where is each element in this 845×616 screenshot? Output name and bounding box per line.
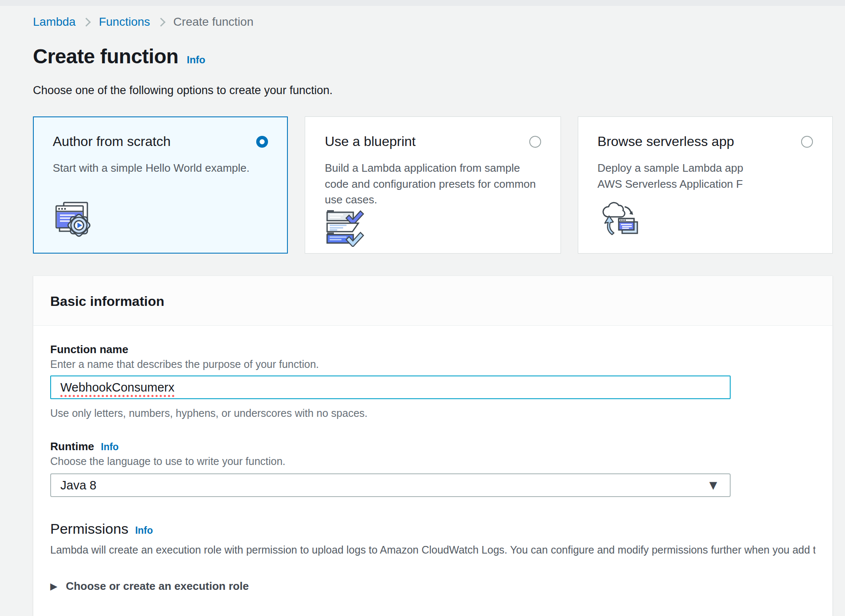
breadcrumb-current-page: Create function [173, 16, 254, 28]
serverless-app-repository-icon [598, 200, 813, 239]
option-card-author-from-scratch[interactable]: Author from scratch Start with a simple … [33, 116, 288, 254]
runtime-info-link[interactable]: Info [101, 441, 119, 453]
basic-information-title: Basic information [50, 294, 815, 309]
card-description-browse-serverless-app: Deploy a sample Lambda app AWS Serverles… [598, 160, 813, 192]
permissions-title: Permissions [50, 521, 128, 537]
runtime-field: Runtime Info Choose the language to use … [50, 440, 815, 497]
chevron-down-icon: ▼ [710, 479, 717, 491]
runtime-select[interactable]: Java 8 ▼ [50, 473, 731, 497]
creation-option-cards: Author from scratch Start with a simple … [33, 116, 833, 254]
blueprint-icon [325, 208, 541, 247]
function-name-value: WebhookConsumerx [60, 381, 174, 394]
page-title-info-link[interactable]: Info [187, 54, 206, 66]
page-title: Create function [33, 45, 179, 68]
breadcrumb-chevron-icon [156, 17, 165, 26]
card-title-browse-serverless-app: Browse serverless app [598, 134, 734, 149]
runtime-helper: Choose the language to use to write your… [50, 455, 815, 467]
breadcrumb-link-lambda[interactable]: Lambda [33, 16, 76, 28]
panel-header: Basic information [33, 276, 832, 326]
console-top-edge [0, 0, 845, 6]
triangle-right-icon: ▶ [50, 581, 57, 592]
page-title-row: Create function Info [33, 45, 833, 68]
card-description-author-from-scratch: Start with a simple Hello World example. [53, 160, 268, 176]
permissions-info-link[interactable]: Info [135, 525, 153, 536]
function-name-input[interactable]: WebhookConsumerx [50, 376, 731, 399]
breadcrumb-link-functions[interactable]: Functions [99, 16, 150, 28]
execution-role-expander-label: Choose or create an execution role [66, 580, 249, 593]
card-title-use-a-blueprint: Use a blueprint [325, 134, 415, 149]
basic-information-panel: Basic information Function name Enter a … [33, 276, 833, 616]
intro-text: Choose one of the following options to c… [33, 84, 833, 97]
radio-use-a-blueprint[interactable] [529, 136, 541, 148]
card-description-line2: AWS Serverless Application F [598, 178, 743, 190]
card-description-use-a-blueprint: Build a Lambda application from sample c… [325, 160, 541, 208]
radio-author-from-scratch[interactable] [256, 136, 268, 148]
function-name-field: Function name Enter a name that describe… [50, 343, 815, 419]
execution-role-expander[interactable]: ▶ Choose or create an execution role [50, 580, 815, 593]
runtime-selected-option: Java 8 [60, 478, 96, 492]
permissions-description: Lambda will create an execution role wit… [50, 544, 815, 556]
card-title-author-from-scratch: Author from scratch [53, 134, 171, 149]
breadcrumb-chevron-icon [82, 17, 91, 26]
runtime-label: Runtime [50, 440, 94, 453]
function-name-constraint: Use only letters, numbers, hyphens, or u… [50, 407, 815, 419]
create-function-page: Lambda Functions Create function Create … [0, 16, 845, 616]
author-from-scratch-icon [53, 200, 268, 239]
function-name-label: Function name [50, 343, 128, 356]
permissions-section: Permissions Info Lambda will create an e… [50, 521, 815, 556]
breadcrumb: Lambda Functions Create function [33, 16, 833, 28]
function-name-helper: Enter a name that describes the purpose … [50, 358, 815, 370]
card-description-line1: Deploy a sample Lambda app [598, 162, 743, 174]
option-card-browse-serverless-app[interactable]: Browse serverless app Deploy a sample La… [578, 116, 833, 254]
radio-browse-serverless-app[interactable] [801, 136, 813, 148]
option-card-use-a-blueprint[interactable]: Use a blueprint Build a Lambda applicati… [305, 116, 561, 254]
